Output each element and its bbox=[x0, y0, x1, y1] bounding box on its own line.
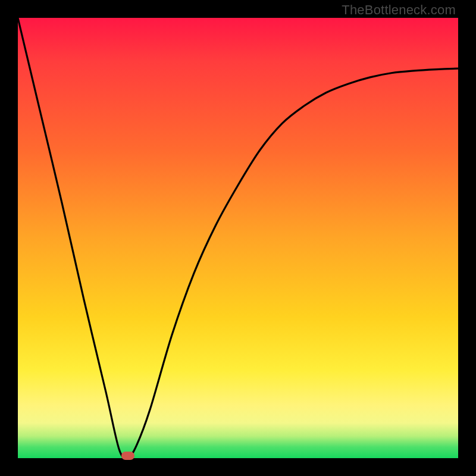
optimal-point-marker bbox=[121, 452, 134, 460]
watermark-text: TheBottleneck.com bbox=[342, 2, 456, 18]
bottleneck-curve bbox=[18, 18, 458, 458]
chart-frame bbox=[18, 18, 458, 458]
